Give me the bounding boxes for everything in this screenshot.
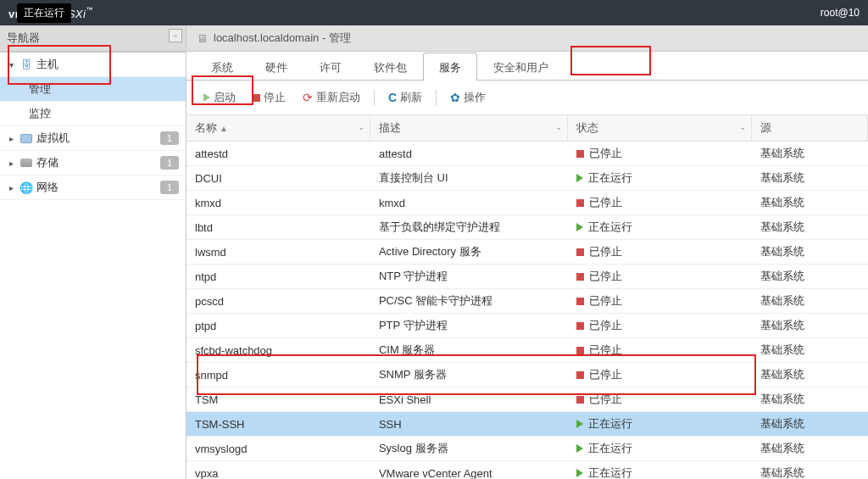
actions-button[interactable]: ✿操作 bbox=[443, 87, 492, 108]
cell-source: 基础系统 bbox=[752, 314, 868, 338]
service-row[interactable]: vmsyslogdSyslog 服务器正在运行基础系统 bbox=[186, 437, 868, 461]
cell-desc: ESXi Shell bbox=[370, 387, 568, 412]
service-row[interactable]: DCUI直接控制台 UI正在运行基础系统 bbox=[186, 166, 868, 191]
cell-desc: CIM 服务器 bbox=[370, 338, 568, 363]
host-icon: 🗄 bbox=[19, 58, 33, 71]
service-row[interactable]: attestdattestd已停止基础系统 bbox=[186, 142, 868, 166]
nav-item-label: 管理 bbox=[29, 81, 51, 97]
chevron-down-icon[interactable]: ⌄ bbox=[555, 122, 562, 131]
cell-name: attestd bbox=[186, 142, 370, 166]
cell-state: 已停止 bbox=[568, 265, 752, 289]
refresh-icon: C bbox=[388, 91, 397, 104]
tab-系统[interactable]: 系统 bbox=[195, 53, 249, 81]
count-badge: 1 bbox=[160, 181, 179, 194]
cell-name: ntpd bbox=[186, 265, 370, 289]
start-button[interactable]: 启动 bbox=[197, 87, 242, 108]
cell-source: 基础系统 bbox=[752, 461, 868, 480]
service-row[interactable]: lbtd基于负载的绑定守护进程正在运行基础系统 bbox=[186, 215, 868, 240]
nav-item-网络[interactable]: ▸🌐网络1 bbox=[0, 175, 186, 200]
gear-icon: ✿ bbox=[450, 91, 460, 104]
service-row[interactable]: ptpdPTP 守护进程已停止基础系统 bbox=[186, 314, 868, 338]
cell-desc: 直接控制台 UI bbox=[370, 166, 568, 191]
cell-state: 已停止 bbox=[568, 142, 752, 166]
cell-source: 基础系统 bbox=[752, 240, 868, 265]
nav-item-label: 网络 bbox=[36, 180, 58, 195]
navigator-title-bar: 导航器 ▫ bbox=[0, 25, 186, 52]
service-row[interactable]: snmpdSNMP 服务器已停止基础系统 bbox=[186, 363, 868, 387]
cell-desc: PC/SC 智能卡守护进程 bbox=[370, 289, 568, 314]
cell-state: 正在运行 bbox=[568, 166, 752, 191]
cell-state: 正在运行 bbox=[568, 461, 752, 480]
top-bar: vmware® ESXi™ root@10 bbox=[0, 0, 868, 25]
cell-desc: 基于负载的绑定守护进程 bbox=[370, 215, 568, 240]
cell-state: 正在运行 bbox=[568, 437, 752, 461]
service-row[interactable]: pcscdPC/SC 智能卡守护进程已停止基础系统 bbox=[186, 289, 868, 314]
cell-source: 基础系统 bbox=[752, 191, 868, 215]
cell-state: 正在运行 bbox=[568, 412, 752, 437]
cell-name: DCUI bbox=[186, 166, 370, 191]
service-row[interactable]: TSM-SSHSSH正在运行基础系统 bbox=[186, 412, 868, 437]
cell-desc: PTP 守护进程 bbox=[370, 314, 568, 338]
col-desc[interactable]: 描述⌄ bbox=[370, 115, 568, 142]
collapse-panel-icon[interactable]: ▫ bbox=[169, 29, 182, 42]
chevron-down-icon[interactable]: ⌄ bbox=[739, 122, 746, 131]
expander-icon[interactable]: ▸ bbox=[7, 159, 16, 168]
tab-软件包[interactable]: 软件包 bbox=[358, 53, 423, 81]
service-row[interactable]: TSMESXi Shell已停止基础系统 bbox=[186, 387, 868, 412]
count-badge: 1 bbox=[160, 156, 179, 170]
nav-tree: ▾🗄主机管理监控▸虚拟机1▸存储1▸🌐网络1 bbox=[0, 53, 186, 479]
services-table: 名称▲⌄ 描述⌄ 状态⌄ 源 attestdattestd已停止基础系统DCUI… bbox=[186, 115, 868, 479]
main-title-text: localhost.localdomain - 管理 bbox=[214, 31, 351, 46]
cell-desc: VMware vCenter Agent bbox=[370, 461, 568, 480]
col-name[interactable]: 名称▲⌄ bbox=[186, 115, 370, 142]
expander-icon[interactable]: ▸ bbox=[7, 183, 16, 192]
cell-source: 基础系统 bbox=[752, 437, 868, 461]
expander-icon[interactable]: ▸ bbox=[7, 134, 16, 143]
nav-item-label: 存储 bbox=[36, 155, 58, 170]
cell-state: 已停止 bbox=[568, 191, 752, 215]
cell-desc: NTP 守护进程 bbox=[370, 265, 568, 289]
cell-source: 基础系统 bbox=[752, 387, 868, 412]
user-info[interactable]: root@10 bbox=[821, 7, 860, 19]
tab-硬件[interactable]: 硬件 bbox=[249, 53, 303, 81]
actions-label: 操作 bbox=[464, 90, 486, 105]
nav-item-管理[interactable]: 管理 bbox=[0, 77, 186, 102]
running-icon bbox=[576, 223, 583, 231]
toolbar-sep-2 bbox=[436, 90, 437, 105]
brand-tm-icon: ™ bbox=[86, 6, 93, 14]
running-icon bbox=[576, 469, 583, 477]
cell-source: 基础系统 bbox=[752, 412, 868, 437]
tab-安全和用户[interactable]: 安全和用户 bbox=[477, 53, 565, 81]
col-state[interactable]: 状态⌄ bbox=[568, 115, 752, 142]
service-row[interactable]: lwsmdActive Directory 服务已停止基础系统 bbox=[186, 240, 868, 265]
cell-state: 已停止 bbox=[568, 314, 752, 338]
running-icon bbox=[576, 174, 583, 182]
nav-item-监控[interactable]: 监控 bbox=[0, 102, 186, 126]
expander-icon[interactable]: ▾ bbox=[7, 60, 16, 70]
cell-source: 基础系统 bbox=[752, 215, 868, 240]
nav-item-主机[interactable]: ▾🗄主机 bbox=[0, 53, 186, 77]
cell-name: lbtd bbox=[186, 215, 370, 240]
nav-item-label: 监控 bbox=[29, 106, 51, 121]
stop-icon bbox=[253, 94, 260, 102]
restart-button[interactable]: ⟳重新启动 bbox=[296, 87, 367, 108]
nav-item-存储[interactable]: ▸存储1 bbox=[0, 151, 186, 175]
navigator-title: 导航器 bbox=[7, 31, 40, 44]
nav-item-虚拟机[interactable]: ▸虚拟机1 bbox=[0, 126, 186, 151]
chevron-down-icon[interactable]: ⌄ bbox=[358, 122, 364, 131]
tab-许可[interactable]: 许可 bbox=[303, 53, 358, 81]
service-row[interactable]: kmxdkmxd已停止基础系统 bbox=[186, 191, 868, 215]
col-source[interactable]: 源 bbox=[752, 115, 868, 142]
service-row[interactable]: sfcbd-watchdogCIM 服务器已停止基础系统 bbox=[186, 338, 868, 363]
vm-icon bbox=[19, 131, 33, 145]
cell-desc: Active Directory 服务 bbox=[370, 240, 568, 265]
stop-button[interactable]: 停止 bbox=[246, 87, 292, 108]
nav-item-label: 虚拟机 bbox=[36, 131, 70, 146]
refresh-button[interactable]: C刷新 bbox=[381, 87, 429, 108]
service-row[interactable]: ntpdNTP 守护进程已停止基础系统 bbox=[186, 265, 868, 289]
count-badge: 1 bbox=[160, 131, 179, 145]
stopped-icon bbox=[576, 199, 584, 207]
stopped-icon bbox=[576, 396, 584, 404]
service-row[interactable]: vpxaVMware vCenter Agent正在运行基础系统 bbox=[186, 461, 868, 480]
tab-服务[interactable]: 服务 bbox=[423, 53, 477, 81]
